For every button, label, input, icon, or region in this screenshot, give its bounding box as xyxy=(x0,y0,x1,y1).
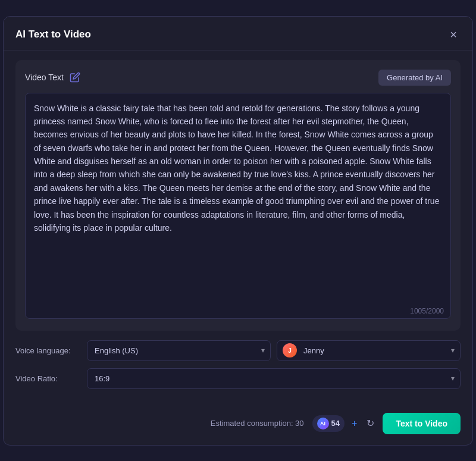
text-area-wrapper: 1005/2000 xyxy=(25,93,451,321)
video-ratio-label: Video Ratio: xyxy=(15,374,81,383)
video-text-input[interactable] xyxy=(25,93,451,319)
modal-footer: Estimated consumption: 30 AI 54 + ↻ Text… xyxy=(4,406,472,445)
ai-icon: AI xyxy=(317,418,329,429)
modal-title: AI Text to Video xyxy=(15,29,91,40)
voice-select-wrapper: J Jenny Guy Aria Davis Jane Jason ▾ xyxy=(277,340,461,361)
char-count: 1005/2000 xyxy=(410,307,444,315)
video-ratio-row: Video Ratio: 16:9 9:16 4:3 1:1 ▾ xyxy=(15,368,461,389)
add-credits-button[interactable]: + xyxy=(350,418,358,429)
video-text-section: Video Text Generated by AI 1005/2000 xyxy=(15,60,461,331)
modal-header: AI Text to Video × xyxy=(4,17,472,51)
video-ratio-select[interactable]: 16:9 9:16 4:3 1:1 xyxy=(87,368,461,389)
modal-body: Video Text Generated by AI 1005/2000 Voi… xyxy=(4,51,472,406)
voice-language-select[interactable]: English (US) English (UK) Spanish French… xyxy=(87,340,271,361)
voice-name-select[interactable]: Jenny Guy Aria Davis Jane Jason xyxy=(277,340,461,361)
section-label: Video Text xyxy=(25,71,82,84)
voice-language-label: Voice language: xyxy=(15,346,81,355)
text-to-video-button[interactable]: Text to Video xyxy=(383,413,461,434)
ratio-select-wrapper: 16:9 9:16 4:3 1:1 ▾ xyxy=(87,368,461,389)
ai-text-to-video-modal: AI Text to Video × Video Text Generated … xyxy=(3,16,473,446)
close-button[interactable]: × xyxy=(446,27,461,42)
voice-avatar: J xyxy=(283,343,297,357)
credits-count: 54 xyxy=(331,419,340,428)
refresh-button[interactable]: ↻ xyxy=(364,418,377,429)
video-text-label: Video Text xyxy=(25,73,64,82)
section-header: Video Text Generated by AI xyxy=(25,70,451,86)
voice-language-row: Voice language: English (US) English (UK… xyxy=(15,340,461,361)
edit-icon[interactable] xyxy=(68,71,82,84)
language-select-wrapper: English (US) English (UK) Spanish French… xyxy=(87,340,271,361)
generated-by-button[interactable]: Generated by AI xyxy=(378,70,451,86)
consumption-label: Estimated consumption: 30 xyxy=(211,419,304,428)
ai-credits-badge: AI 54 xyxy=(312,415,345,432)
